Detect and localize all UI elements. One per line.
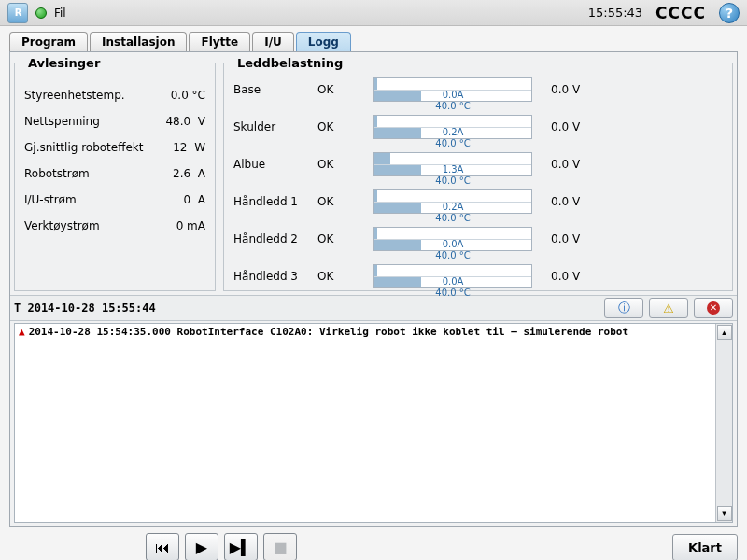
- joint-status: OK: [317, 158, 374, 171]
- scroll-up-button[interactable]: ▴: [717, 325, 732, 340]
- reading-value: 2.6 A: [173, 167, 205, 180]
- main-frame: Avlesinger Styreenhetstemp.0.0 °CNettspe…: [9, 51, 738, 527]
- tab-installasjon[interactable]: Installasjon: [90, 32, 187, 51]
- joint-load-bar: 1.3A40.0 °C: [374, 152, 532, 176]
- log-text: 2014-10-28 15:54:35.000 RobotInterface C…: [29, 326, 628, 338]
- joint-name: Håndledd 1: [233, 195, 317, 208]
- reading-label: Robotstrøm: [24, 167, 90, 180]
- reading-label: Styreenhetstemp.: [24, 89, 125, 102]
- readings-legend: Avlesinger: [24, 56, 104, 70]
- joint-volt: 0.0 V: [551, 232, 598, 245]
- joint-temp: 40.0 °C: [374, 175, 531, 187]
- joint-name: Skulder: [233, 120, 317, 133]
- status-dot-icon: [35, 7, 47, 19]
- help-icon[interactable]: ?: [719, 3, 740, 23]
- log-line[interactable]: ▲2014-10-28 15:54:35.000 RobotInterface …: [19, 326, 712, 338]
- joint-load-bar: 0.0A40.0 °C: [374, 77, 532, 102]
- mode-label: CCCC: [655, 4, 706, 22]
- rewind-button[interactable]: ⏮: [146, 533, 179, 560]
- reading-value: 0 mA: [176, 219, 205, 232]
- joint-load-bar: 0.0A40.0 °C: [374, 264, 532, 288]
- file-menu[interactable]: Fil: [54, 7, 66, 20]
- log-timestamp: T 2014-10-28 15:55:44: [14, 301, 156, 315]
- top-bar: R Fil 15:55:43 CCCC ?: [0, 0, 747, 26]
- reading-row: Verktøystrøm0 mA: [24, 219, 205, 232]
- joints-legend: Leddbelastning: [233, 56, 346, 70]
- joint-status: OK: [317, 270, 374, 283]
- reading-row: I/U-strøm0 A: [24, 193, 205, 206]
- reading-label: Gj.snittlig roboteffekt: [24, 141, 144, 154]
- joint-status: OK: [317, 195, 374, 208]
- tab-iu[interactable]: I/U: [252, 32, 294, 51]
- reading-row: Styreenhetstemp.0.0 °C: [24, 89, 205, 102]
- error-filter-button[interactable]: ✕: [694, 298, 733, 318]
- joint-volt: 0.0 V: [551, 120, 598, 133]
- joint-volt: 0.0 V: [551, 83, 598, 96]
- scroll-down-button[interactable]: ▾: [717, 506, 732, 521]
- severity-error-icon: ▲: [19, 326, 25, 338]
- stop-icon: ■: [273, 539, 287, 556]
- reading-value: 0.0 °C: [171, 89, 205, 102]
- reading-value: 0 A: [184, 193, 205, 206]
- joint-volt: 0.0 V: [551, 158, 598, 171]
- rewind-icon: ⏮: [155, 539, 170, 556]
- joint-name: Håndledd 2: [233, 232, 317, 245]
- tab-strip: Program Installasjon Flytte I/U Logg: [0, 26, 747, 51]
- log-toolbar: T 2014-10-28 15:55:44 ⓘ ⚠ ✕: [10, 295, 737, 321]
- joint-load-bar: 0.2A40.0 °C: [374, 115, 532, 139]
- reading-value: 12 W: [173, 141, 205, 154]
- joint-volt: 0.0 V: [551, 270, 598, 283]
- step-button[interactable]: ▶▍: [224, 533, 258, 560]
- log-scrollbar[interactable]: ▴ ▾: [715, 324, 732, 522]
- reading-label: I/U-strøm: [24, 193, 77, 206]
- stop-button[interactable]: ■: [263, 533, 297, 560]
- joint-status: OK: [317, 232, 374, 245]
- ur-logo: R: [7, 3, 28, 23]
- joint-temp: 40.0 °C: [374, 138, 531, 149]
- error-icon: ✕: [707, 301, 720, 315]
- bottom-bar: ⏮ ▶ ▶▍ ■ Klart: [0, 527, 747, 560]
- joint-temp: 40.0 °C: [374, 101, 531, 112]
- play-icon: ▶: [196, 539, 207, 556]
- clock: 15:55:43: [588, 6, 642, 20]
- joint-name: Albue: [233, 158, 317, 171]
- tab-program[interactable]: Program: [9, 32, 88, 51]
- joint-status: OK: [317, 83, 374, 96]
- joint-name: Håndledd 3: [233, 270, 317, 283]
- step-icon: ▶▍: [230, 539, 253, 556]
- joint-temp: 40.0 °C: [374, 250, 531, 261]
- info-filter-button[interactable]: ⓘ: [604, 298, 643, 318]
- reading-label: Verktøystrøm: [24, 219, 100, 232]
- reading-value: 48.0 V: [165, 115, 205, 128]
- reading-label: Nettspenning: [24, 115, 100, 128]
- log-area: ▲2014-10-28 15:54:35.000 RobotInterface …: [14, 323, 733, 523]
- joint-volt: 0.0 V: [551, 195, 598, 208]
- warning-filter-button[interactable]: ⚠: [649, 298, 688, 318]
- reading-row: Robotstrøm2.6 A: [24, 167, 205, 180]
- joint-load-bar: 0.0A40.0 °C: [374, 227, 532, 251]
- play-button[interactable]: ▶: [185, 533, 218, 560]
- joint-status: OK: [317, 120, 374, 133]
- log-content[interactable]: ▲2014-10-28 15:54:35.000 RobotInterface …: [15, 324, 715, 522]
- reading-row: Gj.snittlig roboteffekt12 W: [24, 141, 205, 154]
- done-button[interactable]: Klart: [672, 534, 738, 561]
- joint-load-bar: 0.2A40.0 °C: [374, 189, 532, 214]
- joints-panel: Leddbelastning BaseOK0.0A40.0 °C0.0 VSku…: [223, 56, 733, 291]
- tab-flytte[interactable]: Flytte: [189, 32, 250, 51]
- readings-panel: Avlesinger Styreenhetstemp.0.0 °CNettspe…: [14, 56, 216, 291]
- joint-temp: 40.0 °C: [374, 213, 531, 224]
- joint-temp: 40.0 °C: [374, 287, 531, 299]
- reading-row: Nettspenning48.0 V: [24, 115, 205, 128]
- joint-name: Base: [233, 83, 317, 96]
- warning-icon: ⚠: [663, 301, 674, 315]
- tab-logg[interactable]: Logg: [296, 32, 351, 51]
- info-icon: ⓘ: [618, 300, 630, 316]
